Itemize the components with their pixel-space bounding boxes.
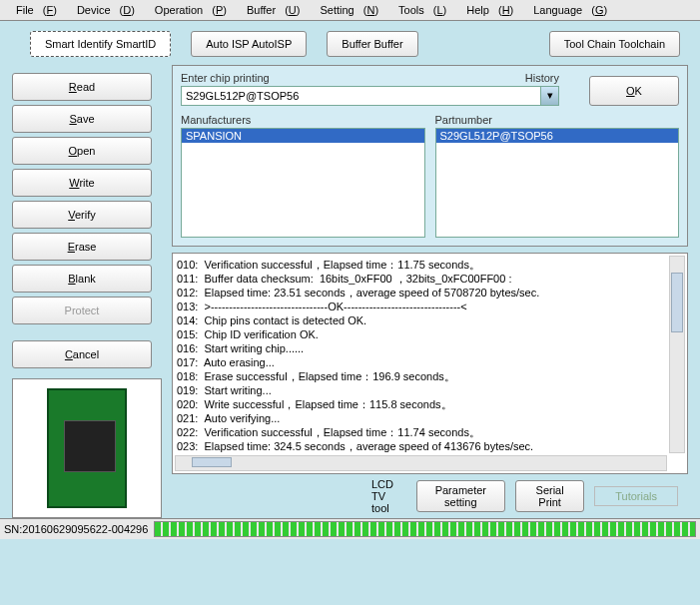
menu-buffer[interactable]: Buffer (U)	[235, 2, 307, 18]
ok-button[interactable]: OK	[589, 76, 679, 106]
menu-tools[interactable]: Tools (L)	[386, 2, 452, 18]
menu-setting[interactable]: Setting (N)	[308, 2, 384, 18]
menu-device[interactable]: Device (D)	[65, 2, 141, 18]
sidebar: Read Save Open Write Verify Erase Blank …	[12, 65, 162, 518]
device-photo	[12, 378, 162, 518]
cancel-button[interactable]: Cancel	[12, 340, 152, 368]
bottom-toolbar: LCD TV tool Parameter setting Serial Pri…	[172, 474, 688, 516]
auto-isp-button[interactable]: Auto ISP AutoISP	[191, 31, 307, 57]
menu-language[interactable]: Language (G)	[521, 2, 613, 18]
manufacturers-label: Manufacturers	[181, 114, 425, 126]
menu-operation[interactable]: Operation (P)	[143, 2, 233, 18]
blank-button[interactable]: Blank	[12, 265, 152, 293]
log-text: 010: Verification successful，Elapsed tim…	[177, 258, 683, 453]
menu-file[interactable]: File (F)	[4, 2, 63, 18]
top-button-row: Smart Identify SmartID Auto ISP AutoISP …	[0, 21, 700, 65]
vertical-scrollbar[interactable]	[669, 256, 685, 453]
chip-dropdown-icon[interactable]: ▾	[541, 86, 559, 106]
verify-button[interactable]: Verify	[12, 201, 152, 229]
log-panel: 010: Verification successful，Elapsed tim…	[172, 253, 688, 474]
progress-bar	[154, 521, 696, 537]
manufacturers-list[interactable]: SPANSION	[181, 128, 425, 238]
list-item[interactable]: S29GL512P@TSOP56	[436, 129, 679, 143]
open-button[interactable]: Open	[12, 137, 152, 165]
partnumber-label: Partnumber	[435, 114, 680, 126]
horizontal-scrollbar[interactable]	[175, 455, 667, 471]
read-button[interactable]: Read	[12, 73, 152, 101]
write-button[interactable]: Write	[12, 169, 152, 197]
erase-button[interactable]: Erase	[12, 233, 152, 261]
menubar: File (F) Device (D) Operation (P) Buffer…	[0, 0, 700, 21]
menu-help[interactable]: Help (H)	[454, 2, 519, 18]
toolchain-button[interactable]: Tool Chain Toolchain	[549, 31, 680, 57]
chip-input[interactable]	[181, 86, 541, 106]
save-button[interactable]: Save	[12, 105, 152, 133]
serial-number: SN:20160629095622-004296	[4, 523, 148, 535]
buffer-button[interactable]: Buffer Buffer	[327, 31, 417, 57]
smart-identify-button[interactable]: Smart Identify SmartID	[30, 31, 171, 57]
protect-button: Protect	[12, 297, 152, 324]
tutorials-button[interactable]: Tutorials	[594, 486, 678, 506]
enter-chip-label: Enter chip printing	[181, 72, 270, 84]
chip-select-panel: Enter chip printing History ▾ OK Manufac…	[172, 65, 688, 247]
parameter-setting-button[interactable]: Parameter setting	[416, 480, 505, 512]
history-label: History	[525, 72, 559, 84]
serial-print-button[interactable]: Serial Print	[515, 480, 584, 512]
list-item[interactable]: SPANSION	[182, 129, 424, 143]
lcd-tv-label: LCD TV tool	[371, 478, 406, 514]
status-bar: SN:20160629095622-004296	[0, 518, 700, 539]
partnumber-list[interactable]: S29GL512P@TSOP56	[435, 128, 680, 238]
